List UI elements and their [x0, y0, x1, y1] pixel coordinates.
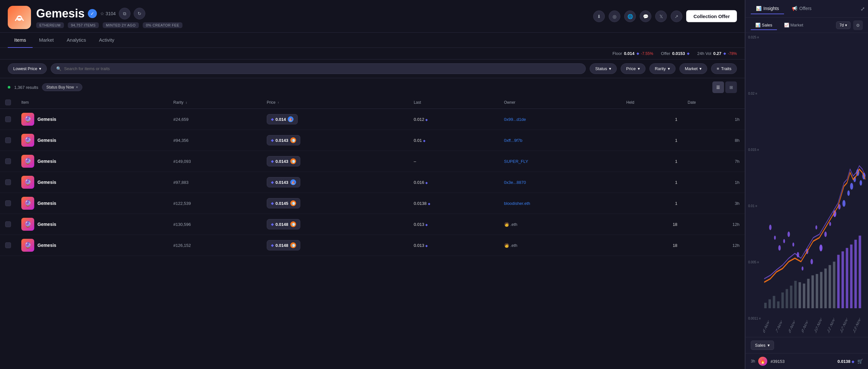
select-all-header[interactable]: [0, 96, 16, 109]
tab-items[interactable]: Items: [8, 33, 33, 48]
chart-settings-button[interactable]: ⚙: [853, 20, 863, 30]
tab-analytics[interactable]: Analytics: [60, 33, 93, 48]
last-value: 0.013: [414, 243, 424, 248]
owner-cell: SUPER_FLY: [499, 151, 621, 172]
price-value: 0.0143: [275, 138, 288, 143]
date-header: Date: [683, 96, 745, 109]
time-period-select[interactable]: 7d ▾: [836, 21, 850, 29]
time-period-label: 7d: [840, 23, 844, 27]
owner-link[interactable]: 0xff...9f7b: [504, 138, 523, 143]
price-eth-icon: ◆: [271, 117, 274, 121]
rarity-filter[interactable]: Rarity ▾: [649, 63, 676, 74]
item-cell: 🔮 Gemesis: [16, 172, 168, 193]
date-cell: 8h: [683, 130, 745, 151]
row-checkbox[interactable]: [5, 179, 11, 185]
market-chart-tab[interactable]: 📈 Market: [779, 21, 808, 30]
star-count: 3104: [105, 11, 116, 16]
market-chart-icon: 📈: [784, 23, 789, 27]
last-empty: –: [414, 159, 416, 164]
sales-dropdown[interactable]: Sales ▾: [751, 341, 774, 350]
row-checkbox[interactable]: [5, 221, 11, 227]
tab-market[interactable]: Market: [33, 33, 60, 48]
price-box: ◆ 0.0143 💨: [267, 135, 300, 145]
discord-icon[interactable]: 💬: [640, 10, 651, 22]
row-checkbox[interactable]: [5, 200, 11, 206]
list-view-button[interactable]: ☰: [712, 81, 724, 93]
svg-rect-16: [829, 265, 831, 308]
y-label-1: 0.02 ≡: [748, 92, 761, 95]
owner-link[interactable]: SUPER_FLY: [504, 159, 528, 164]
svg-point-31: [802, 266, 803, 271]
sort-chevron-icon: ▾: [39, 66, 41, 71]
svg-point-41: [847, 190, 850, 196]
svg-point-34: [815, 225, 817, 229]
bubble-icon[interactable]: ◎: [609, 10, 620, 22]
row-checkbox[interactable]: [5, 158, 11, 164]
minted-badge: MINTED 2Y AGO: [103, 22, 139, 28]
expand-button[interactable]: ⤢: [861, 6, 865, 12]
traits-filter[interactable]: ≡ Traits: [711, 63, 737, 74]
svg-rect-21: [850, 245, 853, 308]
owner-cell: 🧑 .eth: [499, 214, 621, 235]
star-button[interactable]: ☆ 3104: [100, 11, 116, 16]
item-name: Gemesis: [37, 201, 56, 206]
rarity-header[interactable]: Rarity ↕: [168, 96, 261, 109]
last-cell: 0.016 ◆: [408, 172, 499, 193]
row-checkbox[interactable]: [5, 137, 11, 143]
status-filter[interactable]: Status ▾: [590, 63, 617, 74]
row-checkbox-cell: [0, 193, 16, 214]
offers-tab[interactable]: 📢 Offers: [786, 3, 817, 14]
svg-point-25: [774, 235, 776, 240]
globe-icon[interactable]: 🌐: [624, 10, 636, 22]
owner-link[interactable]: bloodisher.eth: [504, 201, 530, 206]
right-panel: 📊 Insights 📢 Offers ⤢ 📊 Sales 📈 Market 7…: [745, 0, 868, 369]
copy-button[interactable]: ⧉: [119, 8, 130, 19]
rarity-cell: #149,093: [168, 151, 261, 172]
rarity-cell: #126,152: [168, 235, 261, 256]
owner-cell: 0x99...d1de: [499, 109, 621, 130]
row-checkbox[interactable]: [5, 116, 11, 122]
price-filter[interactable]: Price ▾: [621, 63, 646, 74]
insights-tab[interactable]: 📊 Insights: [751, 3, 784, 14]
select-all-checkbox[interactable]: [5, 100, 11, 105]
market-filter[interactable]: Market ▾: [679, 63, 708, 74]
owner-link[interactable]: 0x3e...8870: [504, 180, 526, 185]
status-tag-close[interactable]: ×: [76, 85, 78, 89]
held-cell: 18: [621, 235, 683, 256]
owner-link[interactable]: 0x99...d1de: [504, 117, 526, 122]
y-label-4: 0.005 ≡: [748, 260, 761, 264]
rarity-cell: #24,659: [168, 109, 261, 130]
sort-dropdown[interactable]: Lowest Price ▾: [8, 63, 47, 74]
rarity-cell: #97,883: [168, 172, 261, 193]
floor-label: Floor: [613, 51, 622, 56]
twitter-icon[interactable]: 𝕏: [655, 10, 667, 22]
row-checkbox-cell: [0, 172, 16, 193]
svg-rect-2: [769, 299, 771, 308]
sales-chart-tab[interactable]: 📊 Sales: [751, 21, 777, 30]
vol-value: 0.27: [713, 51, 721, 56]
search-input[interactable]: [64, 66, 580, 71]
price-header[interactable]: Price ↑: [261, 96, 408, 109]
last-value: 0.013: [414, 222, 424, 227]
last-value: 0.01: [414, 138, 422, 143]
price-box: ◆ 0.0148 💨: [267, 219, 300, 229]
price-eth-icon: ◆: [271, 138, 274, 142]
table-header-row: Item Rarity ↕ Price ↑ Last Owner Held Da…: [0, 96, 745, 109]
svg-text:8 Nov: 8 Nov: [788, 318, 796, 334]
download-icon[interactable]: ⬇: [593, 10, 605, 22]
row-checkbox-cell: [0, 151, 16, 172]
share-icon[interactable]: ↗: [671, 10, 682, 22]
cart-icon[interactable]: 🛒: [857, 359, 863, 364]
search-box: 🔍: [51, 63, 586, 74]
price-cell: ◆ 0.0148 💨: [261, 214, 408, 235]
refresh-button[interactable]: ↻: [134, 8, 145, 19]
chart-y-labels: 0.025 ≡ 0.02 ≡ 0.015 ≡ 0.01 ≡ 0.005 ≡ 0.…: [748, 35, 761, 320]
collection-offer-button[interactable]: Collection Offer: [686, 10, 737, 22]
owner-cell: bloodisher.eth: [499, 193, 621, 214]
grid-view-button[interactable]: ⊞: [725, 81, 737, 93]
row-checkbox[interactable]: [5, 242, 11, 248]
item-thumbnail: 🔮: [21, 155, 34, 168]
tab-activity[interactable]: Activity: [93, 33, 121, 48]
market-chart-label: Market: [790, 23, 803, 27]
sale-thumbnail: 🔥: [758, 357, 767, 366]
